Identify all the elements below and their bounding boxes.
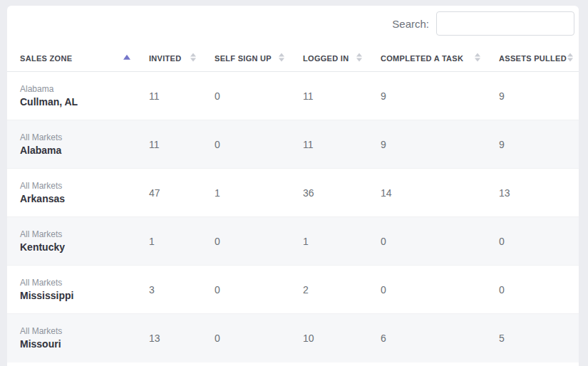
zone-name: Arkansas <box>20 193 130 204</box>
sales-zone-cell: All Markets Mississippi <box>7 266 136 314</box>
column-header-label: ASSETS PULLED <box>499 54 567 63</box>
sales-zone-cell: All Markets Kentucky <box>7 217 136 266</box>
table-row: All Markets Kentucky 1 0 1 0 0 <box>7 217 579 266</box>
column-header-invited[interactable]: INVITED <box>136 43 202 72</box>
sales-zone-cell: All Markets Missouri <box>7 314 136 362</box>
completed-a-task-cell: 9 <box>368 72 486 120</box>
invited-cell: 47 <box>136 169 202 217</box>
zone-region: All Markets <box>20 278 130 288</box>
column-header-completed-a-task[interactable]: COMPLETED A TASK <box>368 43 486 72</box>
sales-zone-cell: All Markets Alabama <box>7 120 136 169</box>
sort-icon <box>279 53 284 61</box>
column-header-label: LOGGED IN <box>303 54 349 63</box>
column-header-label: SELF SIGN UP <box>215 54 272 63</box>
invited-cell: 13 <box>136 314 202 362</box>
zone-name: Mississippi <box>20 290 130 301</box>
zone-name: Missouri <box>20 338 130 350</box>
assets-pulled-cell: 0 <box>486 217 579 266</box>
zone-region: All Markets <box>20 229 130 239</box>
completed-a-task-cell: 14 <box>368 169 486 217</box>
sales-zone-table: SALES ZONE INVITED SELF SIGN UP LOGGED I… <box>7 43 579 362</box>
invited-cell: 11 <box>136 72 202 120</box>
completed-a-task-cell: 6 <box>368 314 486 362</box>
completed-a-task-cell: 0 <box>368 266 486 314</box>
column-header-label: INVITED <box>149 54 182 63</box>
invited-cell: 3 <box>136 266 202 314</box>
table-row: All Markets Arkansas 47 1 36 14 13 <box>7 169 579 217</box>
sort-ascending-icon <box>123 55 130 60</box>
zone-name: Kentucky <box>20 241 130 253</box>
column-header-self-sign-up[interactable]: SELF SIGN UP <box>202 43 290 72</box>
zone-region: Alabama <box>20 84 130 94</box>
report-card: Search: SALES ZONE INVITED <box>7 6 579 366</box>
zone-name: Alabama <box>20 145 130 156</box>
column-header-logged-in[interactable]: LOGGED IN <box>290 43 368 72</box>
self-sign-up-cell: 0 <box>202 314 290 362</box>
search-bar: Search: <box>7 6 579 43</box>
sales-zone-cell: Alabama Cullman, AL <box>7 72 136 120</box>
logged-in-cell: 2 <box>290 266 368 314</box>
self-sign-up-cell: 0 <box>202 217 290 266</box>
completed-a-task-cell: 0 <box>368 217 486 266</box>
logged-in-cell: 11 <box>290 72 368 120</box>
assets-pulled-cell: 0 <box>486 266 579 314</box>
search-input[interactable] <box>436 11 574 36</box>
invited-cell: 11 <box>136 120 202 169</box>
column-header-label: COMPLETED A TASK <box>381 54 463 63</box>
table-header-row: SALES ZONE INVITED SELF SIGN UP LOGGED I… <box>7 43 579 72</box>
table-row: All Markets Mississippi 3 0 2 0 0 <box>7 266 579 314</box>
logged-in-cell: 11 <box>290 120 368 169</box>
sort-icon <box>356 53 362 61</box>
self-sign-up-cell: 0 <box>202 120 290 169</box>
assets-pulled-cell: 9 <box>486 72 579 120</box>
invited-cell: 1 <box>136 217 202 266</box>
table-row: All Markets Alabama 11 0 11 9 9 <box>7 120 579 169</box>
zone-region: All Markets <box>20 326 130 336</box>
table-row: All Markets Missouri 13 0 10 6 5 <box>7 314 579 362</box>
zone-region: All Markets <box>20 181 130 191</box>
self-sign-up-cell: 1 <box>202 169 290 217</box>
self-sign-up-cell: 0 <box>202 72 290 120</box>
sort-icon <box>475 53 480 61</box>
assets-pulled-cell: 5 <box>486 314 579 362</box>
column-header-sales-zone[interactable]: SALES ZONE <box>7 43 136 72</box>
column-header-assets-pulled[interactable]: ASSETS PULLED <box>486 43 579 72</box>
assets-pulled-cell: 9 <box>486 120 579 169</box>
logged-in-cell: 1 <box>290 217 368 266</box>
column-header-label: SALES ZONE <box>20 54 72 63</box>
completed-a-task-cell: 9 <box>368 120 486 169</box>
sort-icon <box>190 53 196 61</box>
zone-region: All Markets <box>20 132 130 142</box>
sales-zone-cell: All Markets Arkansas <box>7 169 136 217</box>
search-label: Search: <box>392 18 429 30</box>
logged-in-cell: 36 <box>290 169 368 217</box>
table-row: Alabama Cullman, AL 11 0 11 9 9 <box>7 72 579 120</box>
assets-pulled-cell: 13 <box>486 169 579 217</box>
self-sign-up-cell: 0 <box>202 266 290 314</box>
zone-name: Cullman, AL <box>20 96 130 108</box>
logged-in-cell: 10 <box>290 314 368 362</box>
sort-icon <box>567 53 573 61</box>
